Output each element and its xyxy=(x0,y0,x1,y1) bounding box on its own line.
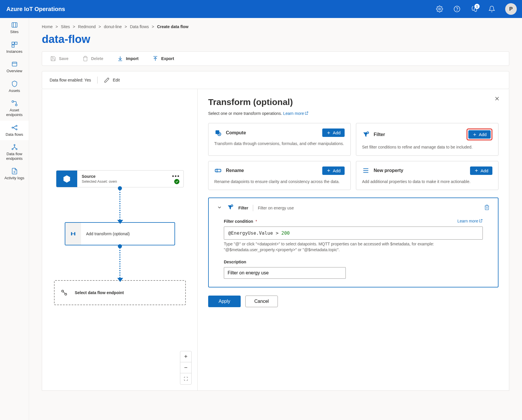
add-new-property-button[interactable]: Add xyxy=(470,166,492,175)
bell-icon[interactable] xyxy=(485,3,498,15)
card-desc: Set filter conditions to refine and mana… xyxy=(362,144,492,150)
compute-card: Compute Add Transform data through conve… xyxy=(208,123,351,156)
breadcrumb-home[interactable]: Home xyxy=(42,24,53,29)
breadcrumb-sites[interactable]: Sites xyxy=(61,24,70,29)
panel-footer: Apply Cancel xyxy=(208,296,498,307)
connector-arrow xyxy=(119,187,120,222)
toolbar: Save Delete Import Export xyxy=(42,51,509,66)
dataflow-enabled-status: Data flow enabled: Yes xyxy=(50,78,91,82)
import-button[interactable]: Import xyxy=(117,56,139,61)
panel-subtitle: Select one or more transform operations.… xyxy=(208,111,498,116)
description-label: Description xyxy=(224,260,483,264)
filter-icon xyxy=(227,204,234,212)
zoom-fit-button[interactable]: ⛶ xyxy=(180,373,191,384)
card-title: Compute xyxy=(226,130,318,135)
breadcrumb-current: Create data flow xyxy=(157,24,188,29)
user-avatar[interactable]: P xyxy=(505,3,517,15)
more-icon[interactable]: ••• xyxy=(172,173,180,180)
check-icon xyxy=(174,179,179,184)
zoom-out-button[interactable]: − xyxy=(180,362,191,373)
source-node-body: Source Selected Asset: oven ••• xyxy=(77,171,183,187)
breadcrumb-redmond[interactable]: Redmond xyxy=(78,24,96,29)
add-rename-button[interactable]: Add xyxy=(322,166,345,175)
filter-condition-input[interactable]: @EnergyUse.Value > 200 xyxy=(224,227,483,240)
header-actions: 1 P xyxy=(433,3,517,15)
edit-button[interactable]: Edit xyxy=(104,77,120,83)
sidebar-label: Assets xyxy=(9,88,20,93)
toolbar-label: Delete xyxy=(91,56,103,61)
card-title: New property xyxy=(374,168,466,173)
filter-hint: Type "@" or click "<datapoint>" to selec… xyxy=(224,241,483,253)
trash-icon[interactable] xyxy=(484,204,490,211)
sidebar-label: Instances xyxy=(6,49,23,54)
breadcrumb-donut[interactable]: donut-line xyxy=(104,24,122,29)
sidebar-item-overview[interactable]: Overview xyxy=(0,57,29,77)
description-input[interactable] xyxy=(224,267,346,279)
filter-card: Filter Add Set filter conditions to refi… xyxy=(356,123,498,156)
sidebar-item-instances[interactable]: Instances xyxy=(0,38,29,57)
sidebar-item-data-flows[interactable]: Data flows xyxy=(0,121,29,140)
main-content: Home > Sites > Redmond > donut-line > Da… xyxy=(29,18,522,420)
add-transform-node[interactable]: Add transform (optional) xyxy=(65,222,175,245)
edit-label: Edit xyxy=(113,78,120,82)
sidebar-label: Data flows xyxy=(6,132,23,137)
left-sidebar: Sites Instances Overview Assets Asset en… xyxy=(0,18,29,420)
flow-canvas: Source Selected Asset: oven ••• Add tran… xyxy=(42,89,198,390)
source-node-subtitle: Selected Asset: oven xyxy=(82,179,179,184)
svg-rect-5 xyxy=(15,42,17,44)
transform-cards: Compute Add Transform data through conve… xyxy=(208,123,498,190)
sidebar-item-sites[interactable]: Sites xyxy=(0,18,29,38)
help-icon[interactable] xyxy=(451,3,463,15)
sidebar-label: Asset endpoints xyxy=(1,108,28,117)
source-node-title: Source xyxy=(82,174,179,179)
rename-icon xyxy=(214,167,222,174)
export-button[interactable]: Export xyxy=(152,56,174,61)
panel-title: Transform (optional) xyxy=(208,97,498,107)
apply-button[interactable]: Apply xyxy=(208,296,241,307)
svg-rect-17 xyxy=(74,232,75,236)
breadcrumb-sep: > xyxy=(55,24,58,29)
compute-icon xyxy=(214,129,222,137)
svg-point-1 xyxy=(454,6,460,12)
chevron-down-icon[interactable] xyxy=(217,205,222,211)
sidebar-item-activity-logs[interactable]: Activity logs xyxy=(0,164,29,184)
notification-badge: 1 xyxy=(474,4,480,9)
required-asterisk: * xyxy=(255,219,257,224)
filter-config: Filter Filter on energy use Filter condi… xyxy=(208,198,498,287)
card-title: Rename xyxy=(226,168,318,173)
work-area: Source Selected Asset: oven ••• Add tran… xyxy=(42,89,509,391)
connector-arrow xyxy=(119,245,120,280)
copilot-icon[interactable]: 1 xyxy=(468,3,481,15)
add-compute-button[interactable]: Add xyxy=(322,128,345,137)
transform-icon xyxy=(65,223,81,245)
toolbar-label: Export xyxy=(161,56,174,61)
card-desc: Add additional properties to data to mak… xyxy=(362,179,492,185)
select-endpoint-node[interactable]: Select data flow endpoint xyxy=(54,280,186,305)
close-icon[interactable] xyxy=(494,95,500,103)
zoom-in-button[interactable]: + xyxy=(180,351,191,362)
zoom-controls: + − ⛶ xyxy=(180,351,192,385)
app-title: Azure IoT Operations xyxy=(6,6,433,12)
svg-point-2 xyxy=(457,10,457,11)
page-title: data-flow xyxy=(42,33,509,46)
card-desc: Rename datapoints to ensure clarity and … xyxy=(214,179,345,185)
cancel-button[interactable]: Cancel xyxy=(245,296,278,307)
add-filter-button[interactable]: Add xyxy=(468,130,491,139)
external-link-icon xyxy=(479,219,483,224)
panel-subtitle-text: Select one or more transform operations. xyxy=(208,111,283,116)
card-title: Filter xyxy=(374,132,462,137)
sidebar-item-assets[interactable]: Assets xyxy=(0,77,29,97)
learn-more-link[interactable]: Learn more xyxy=(283,111,309,116)
svg-point-10 xyxy=(12,127,13,128)
sidebar-item-data-flow-endpoints[interactable]: Data flow endpoints xyxy=(0,140,29,164)
learn-more-link[interactable]: Learn more xyxy=(457,219,483,224)
breadcrumb-dataflows[interactable]: Data flows xyxy=(130,24,149,29)
source-node[interactable]: Source Selected Asset: oven ••• xyxy=(56,170,184,187)
svg-rect-20 xyxy=(215,130,219,134)
svg-point-13 xyxy=(14,144,15,146)
svg-rect-23 xyxy=(215,169,221,172)
toolbar-label: Import xyxy=(126,56,139,61)
breadcrumb: Home > Sites > Redmond > donut-line > Da… xyxy=(42,24,509,29)
sidebar-item-asset-endpoints[interactable]: Asset endpoints xyxy=(0,96,29,120)
settings-icon[interactable] xyxy=(433,3,446,15)
